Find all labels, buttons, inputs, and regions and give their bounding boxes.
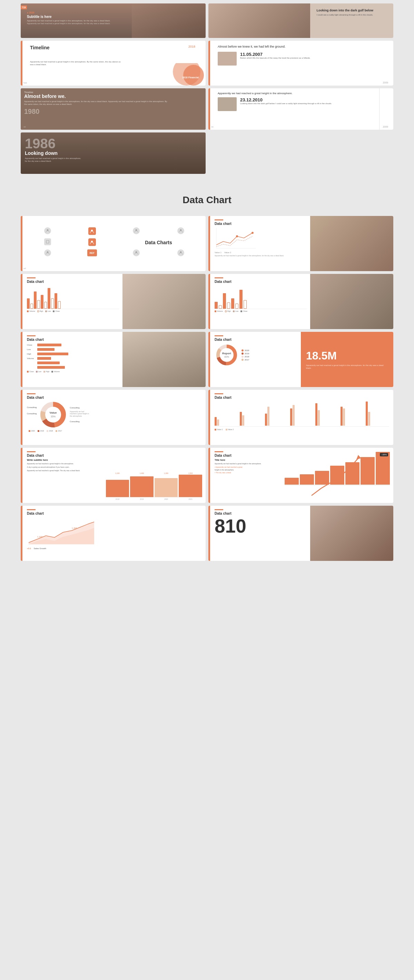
x-label: 2018 — [106, 498, 129, 500]
bar-light — [343, 409, 345, 426]
text-half: Data chart Write subtitle here Apparentl… — [27, 451, 106, 500]
bars — [106, 475, 202, 497]
accent-bar — [215, 393, 223, 394]
bar-solid — [366, 401, 368, 426]
svg-point-9 — [236, 235, 238, 237]
chart-slide-6: Data chart Report 40% 2020 — [209, 332, 393, 387]
bar — [215, 302, 218, 309]
svg-text:1,400: 1,400 — [72, 527, 77, 529]
chart-slide-10: Data chart Title here Apparently we had … — [209, 448, 393, 503]
hbar-chart: Close Low High Volume — [27, 344, 119, 369]
slide-photo — [123, 332, 205, 387]
text-half: Data chart Title here Apparently we had … — [215, 451, 285, 500]
chart-content: Data chart 1,100 1,400 +3.1 — [21, 506, 205, 552]
accent-bar — [215, 451, 223, 452]
intro-text: Apparently we had reached a great height… — [218, 92, 312, 95]
body: Apparently we had reached a great height… — [24, 100, 169, 106]
bar1 — [106, 480, 129, 497]
legend-item: Low — [45, 310, 51, 312]
legend-color — [36, 371, 38, 372]
page-number: 5ab — [24, 82, 27, 84]
legend-color — [37, 310, 39, 312]
bar-group — [240, 412, 263, 426]
hbar-row: Low — [27, 348, 119, 351]
bar-outline — [51, 298, 54, 309]
donut-legend: 2020 2019 2018 2017 — [242, 350, 249, 361]
icon-cell — [72, 239, 113, 247]
semicircle-small — [183, 65, 204, 86]
label2: Sales Growth — [34, 547, 46, 549]
entry-desc: Looking down into the dark gulf below I … — [240, 102, 332, 105]
bar5 — [346, 462, 360, 485]
timeline-slide-6: Apparently we had reached a great height… — [209, 88, 393, 130]
chart-title: Data chart — [27, 280, 119, 283]
svg-text:1,100: 1,100 — [37, 536, 43, 538]
hbar-row: High — [27, 353, 119, 355]
legend-item: Close — [53, 310, 60, 312]
legend-color — [240, 310, 242, 312]
body2-highlight: • Apparently we had reached a great — [215, 466, 282, 468]
year-line: 2009 — [382, 126, 388, 128]
left-stripe — [209, 390, 210, 445]
legend-color — [233, 310, 235, 312]
semicircles — [173, 63, 204, 86]
label: Timeline — [24, 91, 205, 94]
hbar-row — [27, 361, 119, 364]
chart-title: Data chart — [27, 512, 201, 515]
box-icon — [44, 239, 51, 245]
chart-slide-8: Data chart — [209, 390, 393, 445]
body3: height in the atmosphere. — [215, 469, 282, 471]
entry-photo — [218, 97, 237, 111]
legend-label: High — [40, 310, 43, 312]
x-label: 2020 — [154, 498, 178, 500]
bar-group — [290, 405, 314, 426]
right-labels: Consulting Apparently we had reached a g… — [70, 407, 91, 423]
consult-label: Consulting — [27, 412, 37, 415]
legend-label: High — [227, 310, 231, 312]
x-labels: 2018 2019 2020 2021 — [106, 498, 202, 500]
year-display: 1980 — [24, 108, 205, 116]
hbar-fill — [37, 348, 54, 351]
x-label: 2019 — [130, 498, 153, 500]
chart-title: Data chart — [215, 396, 389, 399]
legend: Value 1 Value 2 — [215, 428, 389, 431]
accent-bar — [215, 277, 223, 278]
bar — [54, 293, 57, 309]
bar-solid — [265, 414, 267, 426]
left-stripe — [209, 41, 210, 86]
legend-item: Value 1 — [215, 428, 223, 431]
bar-outline — [37, 300, 40, 309]
slide-photo-left — [209, 3, 310, 38]
section-title: Data Chart — [0, 194, 414, 205]
hbar-label: Close — [27, 344, 37, 346]
legend-item: 2017 — [56, 430, 62, 432]
label1: Value 1 — [215, 251, 221, 253]
left-stripe — [21, 506, 22, 561]
legend-item: 2017 — [242, 359, 249, 361]
legend-item: 2018 — [46, 430, 53, 432]
empty-cell — [209, 132, 393, 174]
bar-light — [217, 420, 219, 426]
slide-inner: Apparently we had reached a great height… — [213, 92, 388, 111]
bar-outline — [227, 302, 230, 309]
page-number: ref — [24, 267, 26, 269]
year-label: 2018 — [245, 356, 249, 358]
bars-container — [215, 401, 389, 427]
title-label: Title here — [215, 459, 282, 461]
slide-title: Looking down into the dark gulf below — [317, 9, 390, 13]
title-cell: Data Charts — [116, 239, 201, 247]
slide-content: Timeline Almost before we. Apparently we… — [24, 91, 205, 116]
person-icon — [133, 250, 140, 256]
year-label: 2020 — [245, 350, 249, 352]
hbar-label: Low — [27, 348, 37, 350]
subtitle: Looking down — [25, 150, 108, 156]
legend-label: 2019 — [40, 430, 44, 432]
bar2 — [130, 476, 153, 497]
legend-label: 2018 — [49, 430, 53, 432]
chart-title: Data chart — [215, 453, 282, 457]
icon-cell — [27, 228, 68, 235]
bar-outline — [30, 304, 33, 309]
legend-color — [225, 310, 227, 312]
svg-point-10 — [252, 232, 253, 234]
entry: 23.12.2010 Looking down into the dark gu… — [218, 97, 388, 111]
